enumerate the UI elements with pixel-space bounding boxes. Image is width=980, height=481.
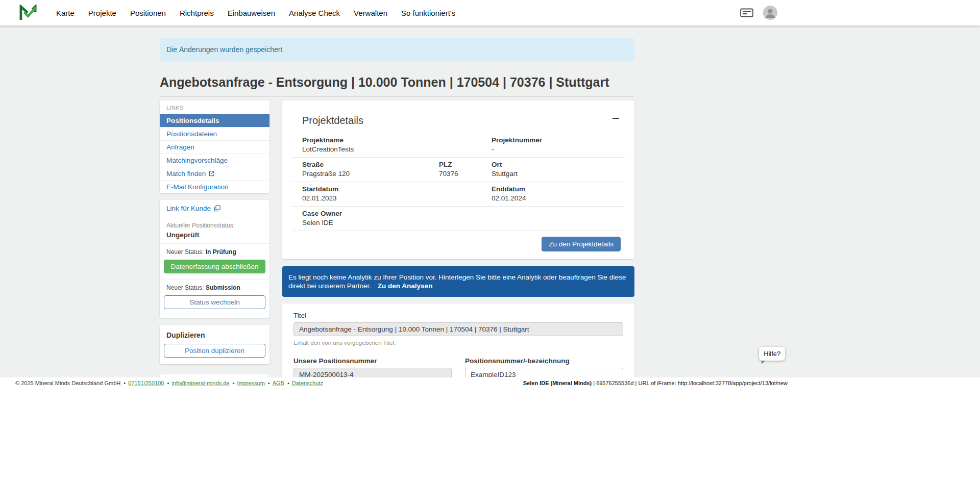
ort-value: Stuttgart xyxy=(492,170,625,178)
footer-user-name: Selen IDE (Mineral Minds) xyxy=(523,380,592,386)
zu-den-analysen-link[interactable]: Zu den Analysen xyxy=(378,282,433,290)
positionsnummer-input[interactable] xyxy=(465,368,623,377)
analytics-alert: Es liegt noch keine Analytik zu Ihrer Po… xyxy=(282,266,634,297)
copy-icon xyxy=(214,205,220,212)
nav-projekte[interactable]: Projekte xyxy=(88,9,116,17)
analytics-alert-text: Es liegt noch keine Analytik zu Ihrer Po… xyxy=(288,273,626,290)
footer-impressum-link[interactable]: Impressum xyxy=(230,380,265,386)
projektdetails-card: Projektdetails Projektname LotCreationTe… xyxy=(282,100,634,259)
customer-link-section: Link für Kunde xyxy=(160,200,270,217)
ort-label: Ort xyxy=(492,161,625,168)
next-status-section-2: Neuer Status: Submission Status wechseln xyxy=(160,279,270,315)
status-wechseln-button[interactable]: Status wechseln xyxy=(164,295,265,309)
nav-karte[interactable]: Karte xyxy=(56,9,75,17)
top-navbar: Karte Projekte Positionen Richtpreis Ein… xyxy=(0,0,980,26)
link-fuer-kunde-label: Link für Kunde xyxy=(166,205,211,212)
next-status-line-2: Neuer Status: Submission xyxy=(166,284,263,291)
pd-row-dates: Startdatum 02.01.2023 Enddatum 02.01.202… xyxy=(292,182,625,207)
duplizieren-title: Duplizieren xyxy=(166,331,263,339)
sidebar-item-positionsdateien[interactable]: Positionsdateien xyxy=(160,127,270,140)
position-duplizieren-button[interactable]: Position duplizieren xyxy=(164,344,265,358)
positionsnummer-label: Positionsnummer/-bezeichnung xyxy=(465,357,623,365)
next-status-line-1: Neuer Status: In Prüfung xyxy=(166,248,263,256)
navbar-right xyxy=(740,0,777,26)
minus-bar xyxy=(612,118,619,119)
link-fuer-kunde[interactable]: Link für Kunde xyxy=(166,205,263,212)
footer-session-details: | 69576255536d | URL of iFrame: http://l… xyxy=(593,380,788,386)
footer-copyright: © 2025 Mineral Minds Deutschland GmbH xyxy=(15,380,120,386)
hilfe-button[interactable]: Hilfe? xyxy=(759,347,785,361)
startdatum-value: 02.01.2023 xyxy=(302,194,492,202)
app-logo[interactable] xyxy=(19,5,37,21)
enddatum-value: 02.01.2024 xyxy=(492,194,625,202)
next-status-label-2: Neuer Status: xyxy=(166,284,204,291)
footer-phone-link[interactable]: 07151/250100 xyxy=(120,380,164,386)
user-avatar[interactable] xyxy=(763,6,777,20)
strasse-value: Pragstraße 120 xyxy=(302,170,439,178)
position-form-card: Titel Erhält den von uns vorgegebenen Ti… xyxy=(282,303,634,377)
strasse-label: Straße xyxy=(302,161,439,168)
plz-label: PLZ xyxy=(439,161,492,168)
next-status-label-1: Neuer Status: xyxy=(166,248,204,256)
projektnummer-label: Projektnummer xyxy=(492,136,625,144)
saved-alert-text: Die Änderungen wurden gespeichert xyxy=(166,45,282,54)
current-status-label: Aktueller Positionsstatus: xyxy=(166,222,263,229)
plz-value: 70376 xyxy=(439,170,492,178)
nav-einbauweisen[interactable]: Einbauweisen xyxy=(228,9,275,17)
sidebar-item-email-konfiguration[interactable]: E-Mail Konfiguration xyxy=(160,180,270,193)
sidebar-links-card: LINKS Positionsdetails Positionsdateien … xyxy=(160,100,270,193)
status-card: Link für Kunde Aktueller Positionsstatus… xyxy=(160,200,270,318)
our-number-field: Unsere Positionsnummer Erhält eine syste… xyxy=(293,357,452,377)
case-owner-value: Selen IDE xyxy=(302,219,625,226)
pd-row-address: Straße Pragstraße 120 PLZ 70376 Ort Stut… xyxy=(292,158,625,182)
startdatum-label: Startdatum xyxy=(302,185,492,193)
footer-agb-link[interactable]: AGB xyxy=(265,380,284,386)
footer: © 2025 Mineral Minds Deutschland GmbH 07… xyxy=(0,377,980,389)
pd-row-case-owner: Case Owner Selen IDE xyxy=(292,207,625,231)
zu-den-projektdetails-button[interactable]: Zu den Projektdetails xyxy=(542,237,621,251)
projektnummer-value: - xyxy=(492,145,625,153)
page-title: Angebotsanfrage - Entsorgung | 10.000 To… xyxy=(160,75,634,97)
main-nav: Karte Projekte Positionen Richtpreis Ein… xyxy=(56,9,455,17)
footer-datenschutz-link[interactable]: Datenschutz xyxy=(284,380,323,386)
footer-email-link[interactable]: info@mineral-minds.de xyxy=(164,380,229,386)
pos-number-field: Positionsnummer/-bezeichnung Z.B. Intern… xyxy=(465,357,623,377)
current-status-section: Aktueller Positionsstatus: Ungeprüft xyxy=(160,217,270,243)
match-finden-label: Match finden xyxy=(166,170,206,178)
unsere-positionsnummer-label: Unsere Positionsnummer xyxy=(293,357,452,365)
card-reader-icon[interactable] xyxy=(740,8,753,18)
links-header: LINKS xyxy=(160,100,270,114)
sidebar: LINKS Positionsdetails Positionsdateien … xyxy=(160,100,270,377)
next-status-value-1: In Prüfung xyxy=(206,248,236,256)
saved-alert: Die Änderungen wurden gespeichert xyxy=(160,38,634,61)
titel-input xyxy=(293,322,623,336)
case-owner-label: Case Owner xyxy=(302,210,625,217)
sidebar-item-match-finden[interactable]: Match finden xyxy=(160,167,270,180)
titel-label: Titel xyxy=(293,312,623,319)
duplizieren-card: Duplizieren Position duplizieren xyxy=(160,325,270,364)
external-link-icon xyxy=(209,171,214,176)
nav-analyse-check[interactable]: Analyse Check xyxy=(289,9,340,17)
sidebar-item-anfragen[interactable]: Anfragen xyxy=(160,140,270,154)
main-area: Die Änderungen wurden gespeichert Angebo… xyxy=(0,26,980,377)
current-status-value: Ungeprüft xyxy=(166,231,263,239)
collapse-icon[interactable] xyxy=(611,115,620,122)
next-status-section-1: Neuer Status: In Prüfung Datenerfassung … xyxy=(160,243,270,279)
titel-help: Erhält den von uns vorgegebenen Titel. xyxy=(293,340,623,346)
nav-so-funktionierts[interactable]: So funktioniert's xyxy=(401,9,455,17)
unsere-positionsnummer-input xyxy=(293,368,452,377)
next-status-value-2: Submission xyxy=(206,284,240,291)
datenerfassung-abschliessen-button[interactable]: Datenerfassung abschließen xyxy=(164,260,265,273)
nav-richtpreis[interactable]: Richtpreis xyxy=(180,9,214,17)
mineral-minds-logo-icon xyxy=(19,5,37,21)
projektname-value: LotCreationTests xyxy=(302,145,492,153)
main-content: Projektdetails Projektname LotCreationTe… xyxy=(282,100,634,377)
footer-session-info: Selen IDE (Mineral Minds) | 69576255536d… xyxy=(523,377,788,389)
sidebar-item-matchingvorschlaege[interactable]: Matchingvorschläge xyxy=(160,154,270,167)
nav-verwalten[interactable]: Verwalten xyxy=(354,9,387,17)
nav-positionen[interactable]: Positionen xyxy=(130,9,166,17)
pd-row-name-number: Projektname LotCreationTests Projektnumm… xyxy=(292,133,625,158)
sidebar-item-positionsdetails[interactable]: Positionsdetails xyxy=(160,114,270,127)
projektdetails-title: Projektdetails xyxy=(302,115,363,126)
enddatum-label: Enddatum xyxy=(492,185,625,193)
